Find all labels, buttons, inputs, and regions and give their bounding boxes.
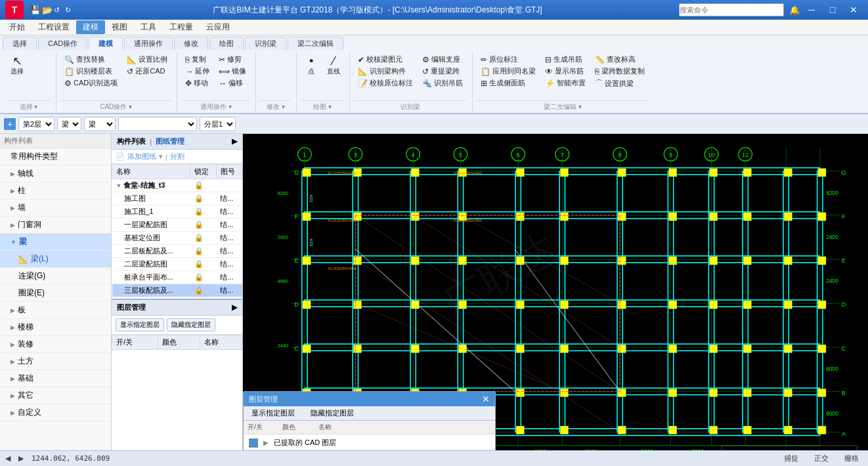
select-button[interactable]: ↖ 选择 bbox=[7, 54, 28, 77]
drawing-row[interactable]: 基桩定位图🔒结... bbox=[112, 232, 242, 245]
offset-button[interactable]: ↔偏移 bbox=[215, 77, 250, 89]
ribbon-tab-modify[interactable]: 修改 bbox=[174, 37, 208, 50]
nav-back-icon[interactable]: ◀ bbox=[5, 454, 11, 463]
tree-linliang[interactable]: 连梁(G) bbox=[0, 268, 111, 285]
grid-button[interactable]: 栅格 bbox=[840, 454, 863, 463]
layer-manager-close-button[interactable]: ✕ bbox=[482, 394, 490, 404]
maximize-button[interactable]: □ bbox=[823, 3, 842, 17]
tree-beam[interactable]: ▼ 梁 bbox=[0, 234, 111, 251]
set-scale-button[interactable]: 📐设置比例 bbox=[123, 54, 171, 65]
ribbon-tab-beam-edit[interactable]: 梁二次编辑 bbox=[288, 37, 343, 50]
reextract-span-button[interactable]: ↺重提梁跨 bbox=[418, 66, 467, 77]
menu-modeling[interactable]: 建模 bbox=[76, 20, 105, 34]
identify-beam-comp-button[interactable]: 📐识别梁构件 bbox=[354, 66, 417, 77]
tree-custom[interactable]: ▶ 自定义 bbox=[0, 404, 111, 421]
smart-layout-button[interactable]: ⚡智能布置 bbox=[541, 77, 590, 89]
mirror-button[interactable]: ⟺镜像 bbox=[215, 66, 250, 77]
copy-span-data-button[interactable]: ⎘梁跨数据复制 bbox=[591, 66, 649, 77]
panel-expand-icon[interactable]: ▶ bbox=[232, 137, 237, 146]
ribbon-tab-common[interactable]: 通用操作 bbox=[124, 37, 173, 50]
split-button[interactable]: 分割 bbox=[170, 152, 184, 161]
inplace-annotation-button[interactable]: ✏原位标注 bbox=[477, 54, 540, 65]
canvas-area[interactable]: 1 3 4 5 6 7 8 9 10 11 G F E D C B bbox=[243, 134, 868, 466]
verify-beam-button[interactable]: ✔校核梁图元 bbox=[354, 54, 417, 65]
title-search-input[interactable] bbox=[679, 3, 784, 16]
ribbon-tab-cad[interactable]: CAD操作 bbox=[38, 37, 87, 50]
element-type-select2[interactable]: 梁 连梁 圈梁 bbox=[84, 117, 116, 131]
move-button[interactable]: ✥移动 bbox=[181, 77, 213, 89]
drawing-row[interactable]: 施工图🔒结... bbox=[112, 192, 242, 205]
edit-support-button[interactable]: ⚙编辑支座 bbox=[418, 54, 467, 65]
draw-point-button[interactable]: • 点 bbox=[301, 54, 322, 77]
undo-icon[interactable]: ↺ bbox=[54, 6, 60, 14]
drawing-row[interactable]: 三层板配筋及...🔒结... bbox=[112, 284, 242, 297]
add-floor-button[interactable]: + bbox=[4, 118, 16, 130]
gen-hanger-button[interactable]: ⊟生成吊筋 bbox=[541, 54, 590, 65]
menu-project-settings[interactable]: 工程设置 bbox=[32, 20, 76, 34]
drawing-row[interactable]: 二层梁配筋图🔒结... bbox=[112, 258, 242, 271]
tree-doors-windows[interactable]: ▶ 门窗洞 bbox=[0, 217, 111, 234]
drawing-management-tab[interactable]: 图纸管理 bbox=[156, 137, 184, 146]
hide-layer-tab[interactable]: 隐藏指定图层 bbox=[303, 406, 362, 420]
tree-column[interactable]: ▶ 柱 bbox=[0, 182, 111, 200]
element-name-select[interactable] bbox=[118, 117, 197, 131]
ribbon-tab-identify-beam[interactable]: 识别梁 bbox=[245, 37, 286, 50]
add-drawing-icon[interactable]: 📄 bbox=[116, 152, 125, 161]
layer-toggle-extracted[interactable] bbox=[249, 438, 258, 448]
identify-floor-button[interactable]: 📋识别楼层表 bbox=[60, 66, 121, 77]
trim-button[interactable]: ✂修剪 bbox=[215, 54, 250, 65]
redo-icon[interactable]: ↻ bbox=[65, 6, 71, 14]
tree-beam-L[interactable]: 📐 梁(L) bbox=[0, 251, 111, 268]
snap-button[interactable]: 捕捉 bbox=[780, 454, 802, 463]
tree-wall[interactable]: ▶ 墙 bbox=[0, 200, 111, 217]
drawing-row[interactable]: 二层板配筋及...🔒结... bbox=[112, 245, 242, 258]
menu-view[interactable]: 视图 bbox=[105, 20, 134, 34]
drawing-row[interactable]: 施工图_1🔒结... bbox=[112, 205, 242, 219]
set-arch-beam-button[interactable]: ⌒设置拱梁 bbox=[591, 77, 649, 90]
drawing-row[interactable]: 桩承台平面布...🔒结... bbox=[112, 271, 242, 284]
bell-icon[interactable]: 🔔 bbox=[789, 5, 800, 15]
minimize-button[interactable]: ─ bbox=[802, 3, 821, 17]
tree-axis[interactable]: ▶ 轴线 bbox=[0, 165, 111, 182]
ortho-button[interactable]: 正交 bbox=[810, 454, 833, 463]
tree-earthwork[interactable]: ▶ 土方 bbox=[0, 353, 111, 370]
verify-annotation-button[interactable]: 📝校核原位标注 bbox=[354, 77, 417, 89]
copy-button[interactable]: ⎘复制 bbox=[181, 54, 213, 65]
ribbon-tab-modeling[interactable]: 建模 bbox=[89, 37, 123, 50]
menu-cloud[interactable]: 云应用 bbox=[200, 20, 236, 34]
layer-select[interactable]: 分层1 分层2 bbox=[200, 117, 236, 131]
ribbon-tab-select[interactable]: 选择 bbox=[3, 37, 37, 50]
tree-common-types[interactable]: 常用构件类型 bbox=[0, 148, 111, 165]
tree-quanliang[interactable]: 圈梁(E) bbox=[0, 285, 111, 302]
hide-layer-button[interactable]: 隐藏指定图层 bbox=[167, 318, 215, 331]
menu-start[interactable]: 开始 bbox=[3, 20, 32, 34]
tree-decoration[interactable]: ▶ 装修 bbox=[0, 336, 111, 353]
expand-icon[interactable]: ▶ bbox=[263, 439, 269, 446]
nav-forward-icon[interactable]: ▶ bbox=[18, 454, 24, 463]
drawing-row[interactable]: ▼ 食堂-结施_t3🔒 bbox=[112, 179, 242, 192]
tree-other[interactable]: ▶ 其它 bbox=[0, 387, 111, 404]
show-layer-button[interactable]: 显示指定图层 bbox=[116, 318, 164, 331]
open-icon[interactable]: 📂 bbox=[42, 5, 53, 15]
drawing-row[interactable]: 一层梁配筋图🔒结... bbox=[112, 219, 242, 232]
close-button[interactable]: ✕ bbox=[844, 3, 863, 17]
find-replace-button[interactable]: 🔍查找替换 bbox=[60, 54, 121, 65]
tree-slab[interactable]: ▶ 板 bbox=[0, 302, 111, 319]
add-drawing-button[interactable]: 添加图纸 bbox=[127, 152, 156, 161]
extend-button[interactable]: →延伸 bbox=[181, 66, 213, 77]
show-layer-tab[interactable]: 显示指定图层 bbox=[244, 406, 303, 420]
gen-side-rebar-button[interactable]: ⊞生成侧面筋 bbox=[477, 77, 540, 89]
tree-foundation[interactable]: ▶ 基础 bbox=[0, 370, 111, 387]
identify-hanger-button[interactable]: 🔩识别吊筋 bbox=[418, 77, 467, 89]
check-elevation-button[interactable]: 📏查改标高 bbox=[591, 54, 649, 65]
ribbon-tab-draw[interactable]: 绘图 bbox=[209, 37, 244, 50]
menu-quantities[interactable]: 工程量 bbox=[163, 20, 200, 34]
draw-line-button[interactable]: ⁄ 直线 bbox=[323, 54, 344, 77]
save-icon[interactable]: 💾 bbox=[30, 5, 41, 15]
element-type-select1[interactable]: 梁 bbox=[57, 117, 81, 131]
drawing-row[interactable]: 三层梁配筋图🔒结... bbox=[112, 297, 242, 299]
menu-tools[interactable]: 工具 bbox=[134, 20, 163, 34]
apply-same-beam-button[interactable]: 📋应用到同名梁 bbox=[477, 66, 540, 77]
layer-panel-expand-icon[interactable]: ▶ bbox=[232, 303, 237, 312]
cad-options-button[interactable]: ⚙CAD识别选项 bbox=[60, 77, 121, 89]
